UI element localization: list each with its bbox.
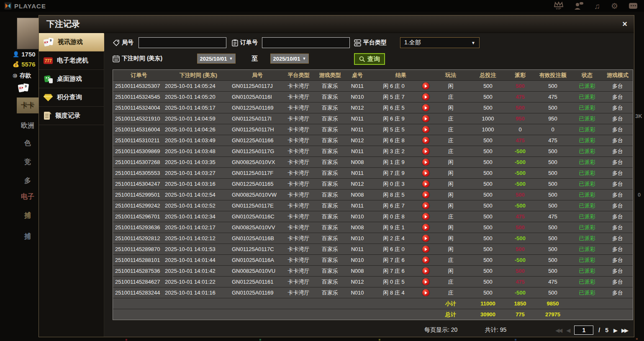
cell-order-no: 251001145283244 [113, 290, 165, 296]
cell-bet-side: 闲 [433, 169, 469, 177]
replay-button[interactable] [422, 224, 429, 231]
round-input[interactable] [139, 37, 226, 48]
cell-game-type: 百家乐 [314, 191, 346, 199]
cell-order-no: 251001145289870 [113, 246, 165, 252]
last-page-button[interactable]: ▶▶ [621, 327, 627, 333]
replay-button[interactable] [422, 256, 429, 264]
cell-round-no: GN01125A0117I [232, 115, 283, 122]
table-header: 订单号下注时间 (美东)局号平台类型游戏类型桌号结果玩法总投注派彩有效投注额状态… [113, 70, 633, 80]
cell-valid-bet: 500 [533, 268, 572, 274]
cell-platform: 卡卡湾厅 [283, 246, 314, 253]
play-icon [425, 269, 427, 273]
cell-game-type: 百家乐 [314, 82, 346, 90]
replay-button[interactable] [422, 180, 429, 187]
settings-icon[interactable]: ⚙ [611, 2, 618, 10]
date-from-select[interactable]: 2025/10/01 ▼ [197, 54, 236, 64]
chevron-down-icon: ▼ [303, 56, 306, 61]
cell-bet-side: 闲 [433, 235, 469, 242]
column-header: 游戏类型 [314, 72, 346, 79]
replay-button[interactable] [422, 137, 429, 144]
cell-bet-side: 庄 [433, 93, 469, 101]
cell-game-mode: 多台 [602, 235, 634, 242]
platform-select[interactable]: 1.全部 ▼ [400, 37, 480, 48]
first-page-button[interactable]: ◀◀ [555, 327, 561, 333]
cell-status: 已派彩 [572, 126, 602, 133]
bg-nav-item: 多 [17, 177, 38, 185]
next-page-button[interactable]: ▶ [613, 327, 616, 333]
tab-credit-records[interactable]: 额度记录 [39, 107, 104, 125]
tab-live-games[interactable]: K♥ 9 视讯游戏 [39, 33, 104, 51]
cell-game-mode: 多台 [602, 246, 634, 253]
cell-result: 闲 7 庄 6 [369, 267, 418, 275]
modal-title: 下注记录 [46, 18, 80, 30]
cell-bet-side: 闲 [433, 246, 469, 253]
cell-order-no: 251001145310211 [113, 137, 165, 144]
cell-game-type: 百家乐 [314, 137, 346, 144]
table-row: 251001145305553 2025-10-01 14:03:27 GN01… [113, 167, 633, 178]
replay-button[interactable] [422, 115, 429, 122]
replay-button[interactable] [422, 213, 429, 220]
play-icon [425, 193, 427, 197]
replay-button[interactable] [422, 93, 429, 100]
table-row: 251001145324545 2025-10-01 14:05:20 GN01… [113, 91, 633, 102]
replay-button[interactable] [422, 235, 429, 242]
dice-icon [43, 74, 53, 84]
close-button[interactable]: × [622, 19, 627, 29]
table-row: 251001145283244 2025-10-01 14:01:16 GN01… [113, 287, 633, 298]
replay-button[interactable] [422, 104, 429, 111]
cell-table-no: N008 [346, 159, 369, 165]
bet-records-table: 订单号下注时间 (美东)局号平台类型游戏类型桌号结果玩法总投注派彩有效投注额状态… [113, 69, 633, 320]
date-to-select[interactable]: 2025/10/01 ▼ [270, 54, 309, 64]
cell-payout: -500 [507, 170, 533, 176]
tab-table-games[interactable]: 桌面游戏 [39, 70, 104, 88]
replay-button[interactable] [422, 126, 429, 133]
order-input[interactable] [262, 37, 350, 48]
cell-bet-side: 庄 [433, 126, 469, 133]
cell-round-no: GN00825A010VV [232, 224, 283, 231]
cell-round-no: GN01125A0117C [232, 246, 283, 252]
cell-table-no: N010 [346, 94, 369, 100]
replay-button[interactable] [422, 148, 429, 155]
replay-button[interactable] [422, 82, 429, 90]
cell-valid-bet: 475 [533, 279, 572, 285]
replay-button[interactable] [422, 278, 429, 285]
cell-result: 闲 7 庄 9 [369, 169, 418, 177]
cell-status: 已派彩 [572, 224, 602, 231]
cell-bet-time: 2025-10-01 14:03:16 [165, 181, 232, 187]
prev-page-button[interactable]: ◀ [566, 327, 569, 333]
page-number-input[interactable]: 1 [574, 326, 593, 335]
cell-bet-side: 庄 [433, 256, 469, 264]
cell-bet-time: 2025-10-01 14:03:35 [165, 159, 232, 165]
cell-result: 闲 9 庄 1 [369, 224, 418, 231]
replay-button[interactable] [422, 191, 429, 198]
tab-points[interactable]: 积分查询 [39, 88, 104, 107]
chat-icon[interactable] [629, 3, 637, 9]
grand-total-row: 总计 30900 775 27975 [113, 309, 633, 320]
vip-icon[interactable]: VIP [554, 2, 563, 10]
cell-order-no: 251001145324545 [113, 94, 165, 100]
table-row: 251001145321910 2025-10-01 14:04:59 GN01… [113, 113, 633, 124]
tag-icon [113, 39, 120, 46]
search-button[interactable]: 查询 [354, 53, 385, 65]
replay-button[interactable] [422, 169, 429, 177]
tab-slots[interactable]: 777 电子老虎机 [39, 51, 104, 70]
bg-nav-item-active: 卡卡 [17, 97, 38, 113]
cell-valid-bet: 500 [533, 181, 572, 187]
cell-bet-side: 闲 [433, 224, 469, 231]
cell-result: 闲 6 庄 8 [369, 137, 418, 144]
cell-platform: 卡卡湾厅 [283, 289, 314, 297]
support-icon[interactable] [574, 2, 583, 10]
cell-order-no: 251001145316004 [113, 126, 165, 133]
replay-button[interactable] [422, 159, 429, 166]
replay-button[interactable] [422, 246, 429, 253]
play-icon [425, 291, 427, 295]
replay-button[interactable] [422, 202, 429, 209]
column-header: 游戏模式 [602, 72, 634, 79]
music-icon[interactable]: ♫ [594, 2, 600, 10]
replay-button[interactable] [422, 267, 429, 274]
cell-game-type: 百家乐 [314, 246, 346, 253]
bet-time-filter-label: 下注时间 (美东) [113, 53, 162, 64]
table-row: 251001145289870 2025-10-01 14:01:53 GN01… [113, 244, 633, 254]
pagination-bar: 每页显示: 20 共计: 95 ◀◀ ◀ 1 / 5 ▶ ▶▶ [113, 325, 627, 336]
replay-button[interactable] [422, 289, 429, 296]
